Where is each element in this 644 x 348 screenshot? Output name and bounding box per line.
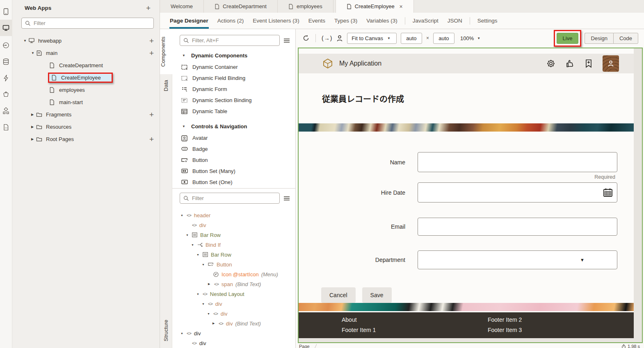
mobile-apps-icon[interactable] xyxy=(0,3,12,20)
action-chain-icon[interactable]: (→) xyxy=(322,35,332,41)
component-button[interactable]: Button xyxy=(172,155,295,166)
tab-components[interactable]: Components xyxy=(160,29,172,74)
department-select[interactable] xyxy=(418,250,617,269)
diagram-icon[interactable] xyxy=(0,102,12,119)
web-apps-filter-input[interactable] xyxy=(34,20,150,26)
canvas-height-input[interactable] xyxy=(433,33,454,44)
tab-employees[interactable]: employees xyxy=(278,0,333,13)
gear-icon[interactable] xyxy=(546,59,555,68)
tree-item-createemployee[interactable]: CreateEmployee xyxy=(12,71,160,84)
tree-item-hrwebapp[interactable]: ▼ hrwebapp + xyxy=(12,34,160,47)
canvas-width-input[interactable] xyxy=(401,33,422,44)
tab-createemployee[interactable]: CreateEmployee × xyxy=(336,0,414,13)
components-icon[interactable] xyxy=(0,86,12,102)
tree-item-resources[interactable]: ▶ Resources xyxy=(12,121,160,133)
layouts-icon[interactable]: <> xyxy=(0,119,12,135)
tab-event-listeners[interactable]: Event Listeners (3) xyxy=(248,13,304,29)
cancel-button[interactable]: Cancel xyxy=(321,287,356,303)
caret-down-icon[interactable]: ▼ xyxy=(196,253,201,256)
component-dynamic-section-binding[interactable]: Dynamic Section Binding xyxy=(172,95,295,106)
name-input[interactable] xyxy=(418,152,617,172)
tree-item-createdepartment[interactable]: CreateDepartment xyxy=(12,59,160,71)
structure-node-bar-row-2[interactable]: ▼Bar Row xyxy=(172,250,295,259)
calendar-icon[interactable] xyxy=(603,187,613,198)
processes-icon[interactable] xyxy=(0,70,12,86)
tree-item-root-pages[interactable]: ▶ Root Pages + xyxy=(12,133,160,145)
caret-down-icon[interactable]: ▼ xyxy=(191,243,196,246)
structure-node-span[interactable]: ▶<>span(Bind Text) xyxy=(172,279,295,289)
code-mode-button[interactable]: Code xyxy=(613,33,638,44)
caret-down-icon[interactable]: ▼ xyxy=(31,51,36,55)
caret-down-icon[interactable]: ▼ xyxy=(182,125,187,128)
caret-down-icon[interactable]: ▼ xyxy=(196,293,201,296)
caret-down-icon[interactable]: ▼ xyxy=(202,263,206,266)
section-controls-navigation[interactable]: ▼ Controls & Navigation xyxy=(172,120,295,132)
bookmark-add-icon[interactable] xyxy=(585,59,592,68)
structure-node-div[interactable]: <>div xyxy=(172,338,295,348)
close-icon[interactable]: × xyxy=(400,3,403,10)
caret-down-icon[interactable]: ▼ xyxy=(23,39,28,43)
caret-down-icon[interactable]: ▼ xyxy=(180,214,185,217)
add-web-app-icon[interactable]: + xyxy=(146,4,151,12)
section-dynamic-components[interactable]: ▼ Dynamic Components xyxy=(172,49,295,61)
footer-link-item2[interactable]: Footer Item 2 xyxy=(488,316,634,323)
design-mode-button[interactable]: Design xyxy=(585,33,613,44)
tab-variables[interactable]: Variables (3) xyxy=(362,13,402,29)
component-dynamic-container[interactable]: Dynamic Container xyxy=(172,61,295,73)
tab-page-designer[interactable]: Page Designer xyxy=(165,13,213,29)
tree-item-employees[interactable]: employees xyxy=(12,84,160,96)
add-icon[interactable]: + xyxy=(149,111,154,118)
footer-link-item3[interactable]: Footer Item 3 xyxy=(488,327,634,333)
live-mode-button[interactable]: Live xyxy=(557,33,579,44)
structure-node-div-bind-text[interactable]: ▶<>div(Bind Text) xyxy=(172,318,295,328)
tab-actions[interactable]: Actions (2) xyxy=(213,13,249,29)
structure-node-bar-row[interactable]: ▼Bar Row xyxy=(172,230,295,240)
caret-down-icon[interactable]: ▼ xyxy=(207,312,212,315)
component-avatar[interactable]: Avatar xyxy=(172,132,295,143)
caret-down-icon[interactable]: ▼ xyxy=(180,332,185,335)
structure-node-div[interactable]: ▼<>div xyxy=(172,328,295,338)
tab-welcome[interactable]: Welcome xyxy=(160,0,204,13)
tree-item-main-start[interactable]: main-start xyxy=(12,96,160,108)
zoom-dropdown[interactable]: 100% ▼ xyxy=(460,35,482,41)
tree-item-fragments[interactable]: ▶ Fragments + xyxy=(12,108,160,121)
add-icon[interactable]: + xyxy=(149,37,154,45)
tree-item-main[interactable]: ▼ main + xyxy=(12,47,160,59)
tab-types[interactable]: Types (3) xyxy=(330,13,362,29)
tab-json[interactable]: JSON xyxy=(443,13,467,29)
services-icon[interactable] xyxy=(0,37,12,53)
fit-mode-dropdown[interactable]: Fit to Canvas ▼ xyxy=(347,33,397,44)
component-button-set-one[interactable]: Button Set (One) xyxy=(172,177,295,188)
tab-settings[interactable]: Settings xyxy=(473,13,502,29)
add-icon[interactable]: + xyxy=(149,49,154,57)
save-button[interactable]: Save xyxy=(362,287,392,303)
structure-node-nested-layout[interactable]: ▼<>Nested Layout xyxy=(172,289,295,299)
caret-right-icon[interactable]: ▶ xyxy=(208,282,212,286)
business-objects-icon[interactable] xyxy=(0,53,12,70)
caret-right-icon[interactable]: ▶ xyxy=(31,125,36,129)
menu-icon[interactable] xyxy=(284,38,290,43)
tab-createdepartment[interactable]: CreateDepartment xyxy=(204,0,278,13)
caret-down-icon[interactable]: ▼ xyxy=(202,303,206,305)
caret-down-icon[interactable]: ▼ xyxy=(182,54,187,57)
tab-structure[interactable]: Structure xyxy=(163,314,169,347)
tab-data[interactable]: Data xyxy=(163,74,169,97)
footer-link-about[interactable]: About xyxy=(342,316,488,323)
caret-right-icon[interactable]: ▶ xyxy=(212,322,217,325)
caret-right-icon[interactable]: ▶ xyxy=(31,113,36,116)
thumbs-up-icon[interactable] xyxy=(566,59,575,68)
component-badge[interactable]: Badge xyxy=(172,143,295,155)
tab-javascript[interactable]: JavaScript xyxy=(408,13,443,29)
structure-node-header[interactable]: ▼<>header xyxy=(172,210,295,220)
user-context-icon[interactable] xyxy=(336,35,343,42)
components-filter-input[interactable] xyxy=(192,37,276,43)
dropdown-arrow-icon[interactable]: ▼ xyxy=(580,257,585,262)
selected-item-annotation[interactable]: CreateEmployee xyxy=(48,73,113,83)
user-avatar[interactable] xyxy=(603,55,619,72)
structure-node-button[interactable]: ▼Button xyxy=(172,259,295,269)
tab-events[interactable]: Events xyxy=(304,13,330,29)
add-icon[interactable]: + xyxy=(149,135,154,143)
email-input[interactable] xyxy=(418,218,617,236)
breadcrumb[interactable]: Page xyxy=(299,344,310,348)
caret-right-icon[interactable]: ▶ xyxy=(31,137,36,141)
